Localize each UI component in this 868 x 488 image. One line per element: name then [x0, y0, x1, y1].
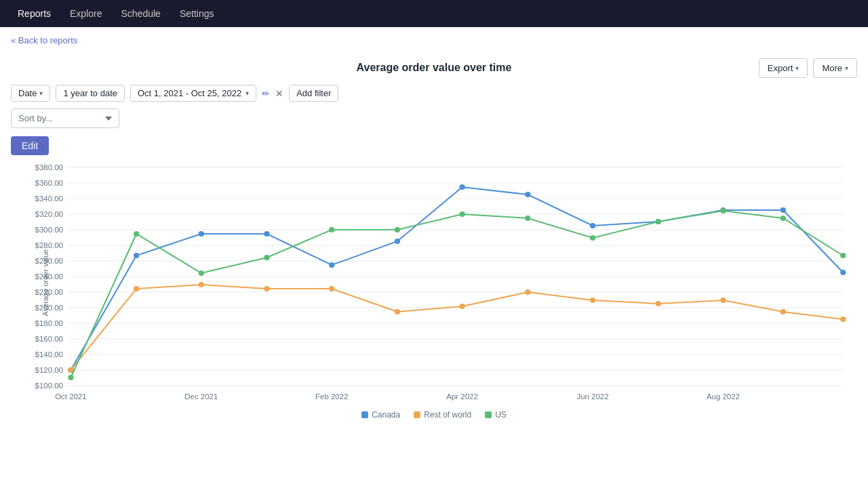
svg-text:$300.00: $300.00	[35, 226, 63, 234]
nav-settings[interactable]: Settings	[170, 0, 224, 27]
row-point	[525, 289, 530, 295]
title-row: Average order value over time Export ▾ M…	[11, 54, 857, 85]
canada-point	[590, 223, 595, 228]
svg-text:$160.00: $160.00	[35, 335, 63, 343]
us-point	[68, 375, 73, 380]
canada-legend-label: Canada	[372, 410, 400, 420]
canada-point	[329, 262, 334, 268]
date-preset-pill[interactable]: 1 year to date	[56, 85, 125, 102]
us-point	[264, 255, 269, 260]
svg-text:$120.00: $120.00	[35, 366, 63, 374]
svg-text:$100.00: $100.00	[35, 382, 63, 390]
filter-row: Date ▾ 1 year to date Oct 1, 2021 - Oct …	[11, 85, 857, 102]
back-to-reports-link[interactable]: « Back to reports	[0, 27, 88, 54]
us-legend-color	[485, 411, 492, 418]
date-range-display: Oct 1, 2021 - Oct 25, 2022 ▾	[130, 85, 256, 102]
chart-legend: Canada Rest of world US	[11, 405, 857, 422]
canada-point	[459, 184, 465, 190]
row-legend-label: Rest of world	[424, 410, 471, 420]
svg-text:Oct 2021: Oct 2021	[55, 392, 86, 401]
add-filter-button[interactable]: Add filter	[289, 85, 338, 102]
title-actions: Export ▾ More ▾	[759, 58, 857, 78]
date-range-value: Oct 1, 2021 - Oct 25, 2022	[138, 88, 241, 98]
sort-row: Sort by...	[11, 108, 857, 128]
row-point	[781, 309, 786, 314]
us-point	[134, 231, 139, 237]
more-label: More	[822, 63, 842, 73]
row-point	[199, 282, 204, 287]
svg-text:$340.00: $340.00	[35, 195, 63, 203]
top-navigation: Reports Explore Schedule Settings	[0, 0, 868, 27]
y-axis-label: Average order value	[41, 249, 50, 317]
date-filter-label: Date	[18, 88, 37, 98]
date-filter-pill[interactable]: Date ▾	[11, 85, 50, 102]
canada-point	[134, 253, 139, 258]
nav-reports[interactable]: Reports	[8, 0, 60, 27]
legend-rest-of-world: Rest of world	[414, 410, 471, 420]
svg-text:$280.00: $280.00	[35, 241, 63, 249]
more-chevron-icon: ▾	[845, 64, 848, 72]
us-legend-label: US	[495, 410, 507, 420]
canada-point	[781, 207, 786, 213]
us-point	[720, 208, 726, 214]
more-button[interactable]: More ▾	[813, 58, 857, 78]
svg-text:$380.00: $380.00	[35, 163, 63, 171]
svg-text:Feb 2022: Feb 2022	[315, 392, 348, 401]
sort-select[interactable]: Sort by...	[11, 108, 119, 128]
svg-text:$180.00: $180.00	[35, 319, 63, 327]
chart-container: Average order value .grid-line { stroke:…	[11, 161, 857, 405]
us-point	[525, 216, 530, 221]
svg-text:$360.00: $360.00	[35, 179, 63, 187]
us-point	[840, 253, 846, 258]
svg-text:Aug 2022: Aug 2022	[707, 392, 740, 401]
rest-of-world-line	[71, 285, 843, 370]
canada-point	[525, 192, 530, 197]
row-point	[264, 286, 269, 291]
date-preset-label: 1 year to date	[63, 88, 117, 98]
svg-text:$140.00: $140.00	[35, 350, 63, 359]
us-line	[71, 211, 843, 378]
nav-schedule[interactable]: Schedule	[112, 0, 170, 27]
row-point	[656, 301, 661, 306]
date-chevron-icon: ▾	[39, 89, 43, 97]
canada-point	[840, 270, 846, 275]
date-range-chevron-icon: ▾	[245, 89, 249, 97]
legend-canada: Canada	[361, 410, 400, 420]
row-point	[134, 286, 139, 291]
row-point	[590, 298, 595, 303]
row-legend-color	[414, 411, 420, 418]
line-chart: .grid-line { stroke: #e8ecf0; stroke-wid…	[11, 161, 857, 405]
row-point	[459, 304, 465, 309]
canada-point	[199, 231, 204, 237]
canada-point	[395, 239, 400, 244]
us-point	[395, 227, 400, 232]
us-point	[656, 219, 661, 224]
us-point	[329, 227, 334, 232]
svg-text:Jun 2022: Jun 2022	[576, 392, 608, 401]
us-point	[459, 211, 465, 217]
export-button[interactable]: Export ▾	[759, 58, 808, 78]
remove-filter-icon[interactable]: ✕	[275, 88, 283, 99]
export-chevron-icon: ▾	[795, 64, 799, 72]
row-point	[329, 286, 334, 291]
us-point	[781, 216, 786, 221]
legend-us: US	[485, 410, 507, 420]
row-point	[395, 309, 400, 314]
edit-button[interactable]: Edit	[11, 136, 49, 155]
canada-legend-color	[361, 411, 368, 418]
svg-text:$320.00: $320.00	[35, 210, 63, 218]
svg-text:Dec 2021: Dec 2021	[184, 392, 218, 401]
nav-explore[interactable]: Explore	[60, 0, 111, 27]
report-title: Average order value over time	[357, 62, 512, 74]
svg-text:Apr 2022: Apr 2022	[446, 392, 477, 401]
row-point	[720, 298, 726, 303]
canada-point	[264, 231, 269, 237]
row-point	[840, 317, 846, 322]
us-point	[199, 270, 204, 276]
edit-filter-icon[interactable]: ✏	[262, 88, 270, 99]
us-point	[590, 235, 595, 241]
main-content: Average order value over time Export ▾ M…	[0, 54, 868, 433]
export-label: Export	[768, 63, 793, 73]
